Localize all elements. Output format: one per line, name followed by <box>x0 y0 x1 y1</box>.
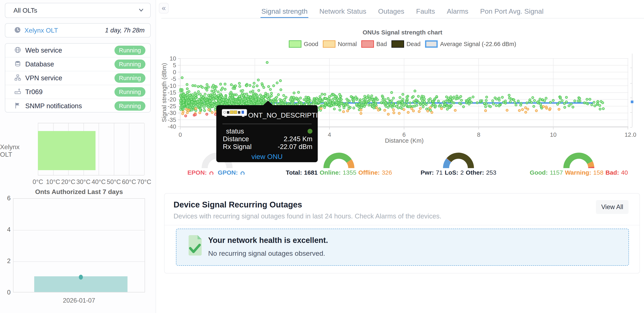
loading-spinner-icon <box>209 171 214 175</box>
tooltip-row-label: Distance <box>223 135 249 143</box>
olt-temperature-chart: Xelynx OLT 0°C10°C20°C30°C40°C50°C60°C70… <box>0 117 156 184</box>
outages-header-divider <box>164 225 640 225</box>
service-status-badge: Running <box>114 101 146 111</box>
scatter-x-tick: 8 <box>477 131 480 138</box>
gauge-offline-reasons <box>446 156 471 168</box>
legend-label: Bad <box>376 41 387 48</box>
olt-uptime-card: Xelynx OLT 1 day, 7h 28m <box>5 23 151 38</box>
tab-outages[interactable]: Outages <box>378 4 404 18</box>
gauge-caption-part: 71 <box>436 169 442 176</box>
service-label: Web service <box>25 47 114 54</box>
service-status-badge: Running <box>114 46 146 55</box>
service-status-badge: Running <box>114 73 146 83</box>
scatter-y-tick: -35 <box>168 117 176 123</box>
scatter-y-tick: -10 <box>168 83 176 89</box>
scatter-x-tick: 0 <box>178 131 182 138</box>
scatter-y-tick: -40 <box>168 123 176 130</box>
tooltip-onu-title: ONT_NO_DESCRIPTION <box>248 111 328 119</box>
olt-name-link[interactable]: Xelynx OLT <box>24 27 105 34</box>
health-check-document-icon <box>188 235 203 257</box>
onts-y-tick: 2 <box>2 257 10 265</box>
tab-network-status[interactable]: Network Status <box>319 4 366 18</box>
legend-swatch <box>289 40 302 48</box>
service-label: VPN service <box>25 74 114 82</box>
scatter-x-tick: 10 <box>550 131 556 138</box>
onu-tooltip: ONT_NO_DESCRIPTION statusDistance2.245 K… <box>216 105 318 162</box>
view-onu-link[interactable]: view ONU <box>222 153 312 161</box>
onts-y-tick: 6 <box>2 195 10 202</box>
legend-item[interactable]: Bad <box>361 40 387 48</box>
onts-point-marker <box>79 275 83 279</box>
legend-item[interactable]: Average Signal (-22.66 dBm) <box>425 40 516 48</box>
view-all-button[interactable]: View All <box>596 200 628 214</box>
onts-gridline <box>14 230 144 230</box>
tab-signal-strength[interactable]: Signal strength <box>261 4 308 18</box>
scatter-x-tick: 4 <box>328 131 331 138</box>
gauge-segment-Warning <box>590 163 591 167</box>
chevron-down-icon <box>138 7 144 14</box>
outages-section-title: Device Signal Recurring Outages <box>174 200 302 209</box>
legend-item[interactable]: Good <box>289 40 318 48</box>
database-icon <box>14 60 21 68</box>
temp-gridline <box>114 123 114 175</box>
service-label: SNMP notifications <box>25 102 114 110</box>
legend-label: Dead <box>406 41 420 48</box>
scatter-legend: GoodNormalBadDeadAverage Signal (-22.66 … <box>161 40 644 48</box>
legend-swatch <box>323 40 336 48</box>
gauge-caption-part: 253 <box>486 169 496 176</box>
tab-alarms[interactable]: Alarms <box>447 4 468 18</box>
gauge-caption-part: 2 <box>460 169 464 176</box>
scatter-y-tick: -25 <box>168 103 176 109</box>
gauge-caption-onu-totals: Total:1681Online:1355Offline:326 <box>274 169 404 176</box>
scatter-y-axis-title: Signal strength (dBm) <box>161 63 168 122</box>
gauge-caption-signal-quality: Good:1157Warning:158Bad:40 <box>514 169 644 176</box>
legend-item[interactable]: Normal <box>323 40 357 48</box>
next-panel-avg-mark <box>631 101 634 103</box>
service-status-badge: Running <box>114 87 146 97</box>
outages-section-subtitle: Devices with recurring signal outages fo… <box>174 212 441 220</box>
onts-chart-title: Onts Authorized Last 7 days <box>13 188 145 196</box>
temp-gridline <box>144 123 144 175</box>
tooltip-row-label: Rx Signal <box>223 143 252 151</box>
scatter-y-tick: 10 <box>170 55 176 62</box>
onts-x-label: 2026-01-07 <box>13 297 145 304</box>
legend-item[interactable]: Dead <box>392 40 420 48</box>
dashboard-root: All OLTs Xelynx OLT 1 day, 7h 28m Web se… <box>0 0 644 313</box>
scatter-y-tick: 0 <box>173 69 176 75</box>
scatter-y-tick: -20 <box>168 96 176 103</box>
scatter-points-good <box>180 61 604 112</box>
gauge-segment-Pwr <box>446 160 449 168</box>
onts-y-tick: 4 <box>2 226 10 233</box>
gauge-caption-part: 40 <box>621 169 628 176</box>
temp-category-label: Xelynx OLT <box>0 117 34 184</box>
sidebar: All OLTs Xelynx OLT 1 day, 7h 28m Web se… <box>0 0 156 313</box>
clock-icon <box>14 27 21 34</box>
olt-select-dropdown[interactable]: All OLTs <box>5 3 151 18</box>
tooltip-row-value: -22.07 dBm <box>252 143 312 151</box>
gauge-caption-part: 1355 <box>343 169 356 176</box>
network-icon <box>14 74 21 82</box>
gauge-signal-quality <box>566 156 591 168</box>
tooltip-divider <box>222 124 312 124</box>
service-label: Tr069 <box>25 88 114 96</box>
health-text: No recurring signal outages observed. <box>208 249 325 257</box>
recurring-outages-card: Device Signal Recurring Outages Devices … <box>164 193 640 273</box>
scatter-x-tick: 12 <box>625 131 631 138</box>
tab-pon-port-avg-signal[interactable]: Pon Port Avg. Signal <box>480 4 544 18</box>
onts-y-tick: 0 <box>2 289 10 296</box>
flag-icon <box>14 102 21 110</box>
globe-icon <box>14 47 21 54</box>
legend-swatch <box>392 40 404 48</box>
legend-swatch <box>425 40 438 48</box>
temp-gridline <box>98 123 99 175</box>
gauge-segment-Offline <box>349 161 351 168</box>
status-dot <box>308 129 312 134</box>
gauge-caption-part: Bad: <box>606 169 619 176</box>
gauge-caption-part: LoS: <box>444 169 458 176</box>
services-list: Web serviceRunningDatabaseRunningVPN ser… <box>5 43 151 113</box>
gauge-caption-part: 158 <box>593 169 604 176</box>
next-panel-x-tick: .0 <box>631 131 636 138</box>
scatter-y-tick: -30 <box>168 110 176 116</box>
tab-faults[interactable]: Faults <box>416 4 435 18</box>
tab-bar: Signal strengthNetwork StatusOutagesFaul… <box>161 4 644 18</box>
